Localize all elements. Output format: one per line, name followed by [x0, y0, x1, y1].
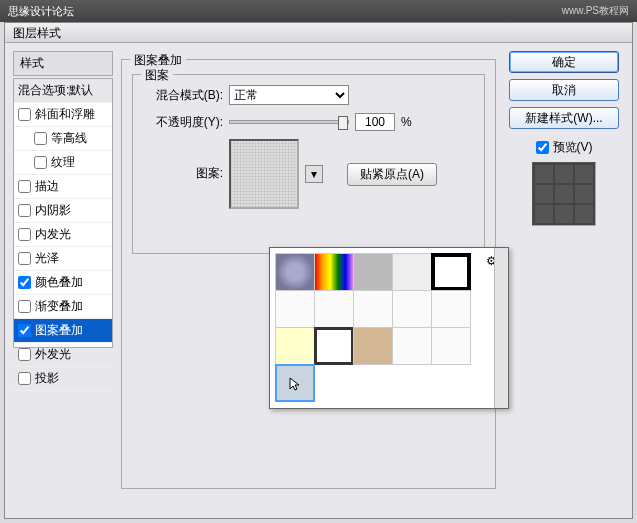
picker-scrollbar[interactable]: [494, 248, 508, 408]
styles-header[interactable]: 样式: [13, 51, 113, 76]
opacity-input[interactable]: [355, 113, 395, 131]
pattern-cell[interactable]: [431, 253, 471, 291]
opacity-unit: %: [401, 115, 412, 129]
checkbox-drop-shadow[interactable]: [18, 372, 31, 385]
snap-origin-button[interactable]: 贴紧原点(A): [347, 163, 437, 186]
pattern-cell[interactable]: [353, 253, 393, 291]
pattern-cell[interactable]: [353, 290, 393, 328]
style-drop-shadow[interactable]: 投影: [14, 367, 112, 391]
checkbox-texture[interactable]: [34, 156, 47, 169]
style-list: 混合选项:默认 斜面和浮雕 等高线 纹理 描边 内阴影 内发光 光泽 颜色叠加 …: [13, 78, 113, 348]
style-bevel[interactable]: 斜面和浮雕: [14, 103, 112, 127]
pattern-cell[interactable]: [392, 290, 432, 328]
dialog-title: 图层样式: [5, 23, 632, 43]
styles-panel: 样式 混合选项:默认 斜面和浮雕 等高线 纹理 描边 内阴影 内发光 光泽 颜色…: [13, 51, 113, 510]
pattern-cell[interactable]: [431, 327, 471, 365]
pattern-cell[interactable]: [314, 290, 354, 328]
site-url: www.PS教程网: [562, 4, 629, 18]
title-bar: 思缘设计论坛 www.PS教程网: [0, 0, 637, 22]
checkbox-pattern-overlay[interactable]: [18, 324, 31, 337]
opacity-slider[interactable]: [229, 120, 349, 124]
blend-options-default[interactable]: 混合选项:默认: [14, 79, 112, 103]
style-stroke[interactable]: 描边: [14, 175, 112, 199]
preview-checkbox[interactable]: [536, 141, 549, 154]
style-pattern-overlay[interactable]: 图案叠加: [14, 319, 112, 343]
checkbox-stroke[interactable]: [18, 180, 31, 193]
style-texture[interactable]: 纹理: [14, 151, 112, 175]
style-gradient-overlay[interactable]: 渐变叠加: [14, 295, 112, 319]
checkbox-contour[interactable]: [34, 132, 47, 145]
pattern-grid: [276, 254, 476, 402]
site-name: 思缘设计论坛: [8, 4, 74, 19]
pattern-cell[interactable]: [392, 327, 432, 365]
checkbox-bevel[interactable]: [18, 108, 31, 121]
style-contour[interactable]: 等高线: [14, 127, 112, 151]
preview-thumbnail: [532, 162, 596, 226]
pattern-label: 图案:: [143, 165, 223, 182]
settings-panel: 图案叠加 图案 混合模式(B): 正常 不透明度(Y): % 图案:: [121, 51, 496, 510]
preview-checkbox-row[interactable]: 预览(V): [536, 139, 593, 156]
pattern-group: 图案 混合模式(B): 正常 不透明度(Y): % 图案: ▾: [132, 74, 485, 254]
opacity-label: 不透明度(Y):: [143, 114, 223, 131]
style-inner-glow[interactable]: 内发光: [14, 223, 112, 247]
action-panel: 确定 取消 新建样式(W)... 预览(V): [504, 51, 624, 510]
pattern-cell[interactable]: [314, 253, 354, 291]
pattern-cell[interactable]: [314, 327, 354, 365]
checkbox-color-overlay[interactable]: [18, 276, 31, 289]
slider-thumb[interactable]: [338, 116, 348, 130]
pattern-cell[interactable]: [275, 327, 315, 365]
pattern-cell[interactable]: [275, 253, 315, 291]
checkbox-outer-glow[interactable]: [18, 348, 31, 361]
blend-mode-label: 混合模式(B):: [143, 87, 223, 104]
preview-label: 预览(V): [553, 139, 593, 156]
checkbox-gradient-overlay[interactable]: [18, 300, 31, 313]
ok-button[interactable]: 确定: [509, 51, 619, 73]
style-satin[interactable]: 光泽: [14, 247, 112, 271]
layer-style-dialog: 图层样式 样式 混合选项:默认 斜面和浮雕 等高线 纹理 描边 内阴影 内发光 …: [4, 22, 633, 519]
new-style-button[interactable]: 新建样式(W)...: [509, 107, 619, 129]
cancel-button[interactable]: 取消: [509, 79, 619, 101]
checkbox-satin[interactable]: [18, 252, 31, 265]
pattern-cell[interactable]: [353, 327, 393, 365]
inner-title: 图案: [141, 67, 173, 84]
pattern-picker-popup: ⚙: [269, 247, 509, 409]
pattern-swatch[interactable]: [229, 139, 299, 209]
style-inner-shadow[interactable]: 内阴影: [14, 199, 112, 223]
style-color-overlay[interactable]: 颜色叠加: [14, 271, 112, 295]
pattern-cell-selected[interactable]: [275, 364, 315, 402]
checkbox-inner-shadow[interactable]: [18, 204, 31, 217]
pattern-cell[interactable]: [392, 253, 432, 291]
pattern-cell[interactable]: [275, 290, 315, 328]
blend-mode-select[interactable]: 正常: [229, 85, 349, 105]
style-outer-glow[interactable]: 外发光: [14, 343, 112, 367]
checkbox-inner-glow[interactable]: [18, 228, 31, 241]
pattern-dropdown-icon[interactable]: ▾: [305, 165, 323, 183]
pattern-cell[interactable]: [431, 290, 471, 328]
